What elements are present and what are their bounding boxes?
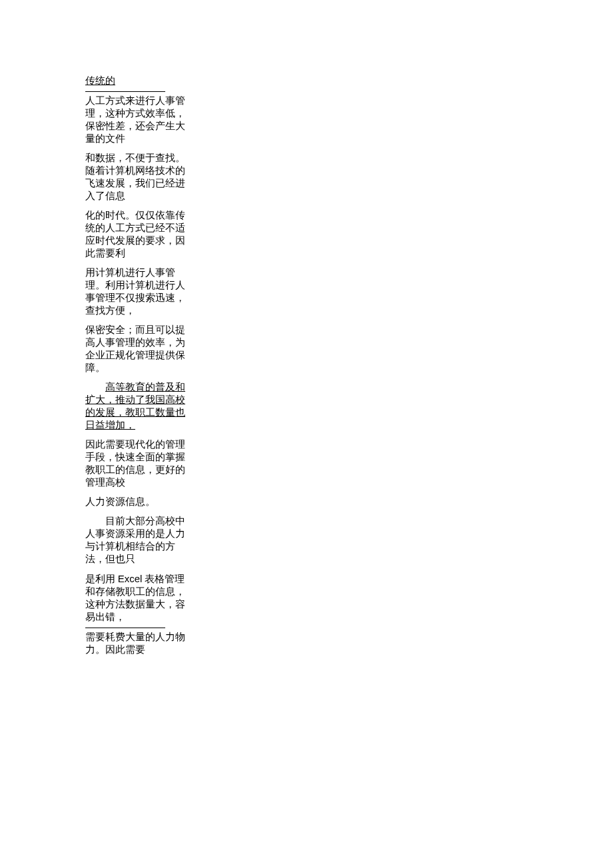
text-block: 化的时代。仅仅依靠传统的人工方式已经不适应时代发展的要求，因此需要利 <box>85 210 185 258</box>
paragraph: 保密安全；而且可以提高人事管理的效率，为企业正规化管理提供保障。 <box>85 324 188 374</box>
text-block: 用计算机进行人事管理。利用计算机进行人事管理不仅搜索迅速，查找方便， <box>85 267 185 316</box>
text-block: 和数据，不便于查找。随着计算机网络技术的飞速发展，我们已经进入了信息 <box>85 153 185 201</box>
divider <box>85 628 165 628</box>
paragraph: 目前大部分高校中人事资源采用的是人力与计算机相结合的方法，但也只 <box>85 515 188 566</box>
text-latin: Excel <box>118 573 143 584</box>
text-line: 传统的 <box>85 75 115 86</box>
text-block: 人工方式来进行人事管理，这种方式效率低，保密性差，还会产生大量的文件 <box>85 95 185 144</box>
paragraph-lead: 传统的 <box>85 75 188 87</box>
paragraph: 化的时代。仅仅依靠传统的人工方式已经不适应时代发展的要求，因此需要利 <box>85 209 188 260</box>
text-block: 保密安全；而且可以提高人事管理的效率，为企业正规化管理提供保障。 <box>85 324 185 373</box>
text-block: 高等教育的普及和扩大，推动了我国高校的发展，教职工数量也日益增加， <box>85 382 185 430</box>
text-column: 传统的 人工方式来进行人事管理，这种方式效率低，保密性差，还会产生大量的文件 和… <box>85 75 188 663</box>
paragraph-underlined: 高等教育的普及和扩大，推动了我国高校的发展，教职工数量也日益增加， <box>85 381 188 432</box>
paragraph: 需要耗费大量的人力物力。因此需要 <box>85 631 188 656</box>
paragraph: 人工方式来进行人事管理，这种方式效率低，保密性差，还会产生大量的文件 <box>85 95 188 145</box>
text-block: 需要耗费大量的人力物力。因此需要 <box>85 632 185 655</box>
text-block: 人力资源信息。 <box>85 496 155 507</box>
text-fragment: 是利用 <box>85 574 118 584</box>
paragraph: 用计算机进行人事管理。利用计算机进行人事管理不仅搜索迅速，查找方便， <box>85 266 188 317</box>
text-block: 目前大部分高校中人事资源采用的是人力与计算机相结合的方法，但也只 <box>85 516 185 564</box>
document-page: 传统的 人工方式来进行人事管理，这种方式效率低，保密性差，还会产生大量的文件 和… <box>0 0 613 868</box>
paragraph: 因此需要现代化的管理手段，快速全面的掌握教职工的信息，更好的管理高校 <box>85 438 188 489</box>
paragraph: 人力资源信息。 <box>85 496 188 508</box>
text-block: 因此需要现代化的管理手段，快速全面的掌握教职工的信息，更好的管理高校 <box>85 439 185 488</box>
paragraph: 和数据，不便于查找。随着计算机网络技术的飞速发展，我们已经进入了信息 <box>85 152 188 203</box>
paragraph: 是利用 Excel 表格管理和存储教职工的信息，这种方法数据量大，容易出错， <box>85 572 188 624</box>
divider <box>85 91 165 92</box>
